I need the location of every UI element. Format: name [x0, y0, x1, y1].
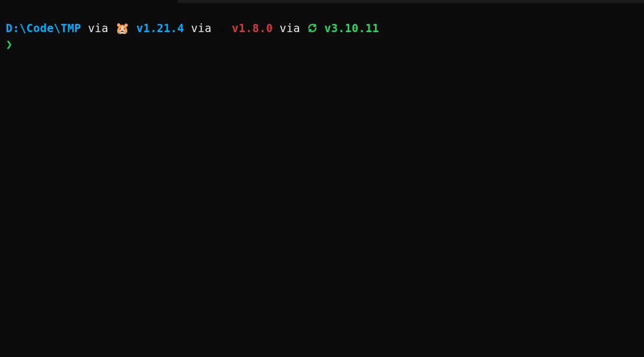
terminal-body[interactable]: D:\Code\TMP via 🐹 v1.21.4 via ☕ v1.8.0 v… [0, 3, 644, 56]
python-refresh-icon [307, 23, 318, 33]
go-hamster-icon: 🐹 [115, 23, 129, 34]
java-coffee-icon: ☕ [219, 23, 225, 33]
via-separator-3: via [273, 20, 307, 36]
python-version: v3.10.11 [325, 20, 379, 36]
cursor-line: ❯ [6, 36, 638, 50]
spacer-1 [129, 20, 136, 36]
active-tab[interactable] [0, 0, 178, 3]
spacer-3 [318, 20, 325, 36]
tab-bar [0, 0, 644, 3]
prompt-symbol: ❯ [6, 37, 13, 50]
command-input[interactable] [16, 37, 638, 50]
via-separator-2: via [184, 20, 219, 36]
java-version: v1.8.0 [232, 20, 273, 36]
inactive-tab-area[interactable] [178, 0, 644, 3]
via-separator-1: via [81, 20, 115, 36]
go-version: v1.21.4 [136, 20, 184, 36]
current-path: D:\Code\TMP [6, 20, 81, 36]
spacer-2 [225, 20, 232, 36]
prompt-line: D:\Code\TMP via 🐹 v1.21.4 via ☕ v1.8.0 v… [6, 20, 638, 36]
